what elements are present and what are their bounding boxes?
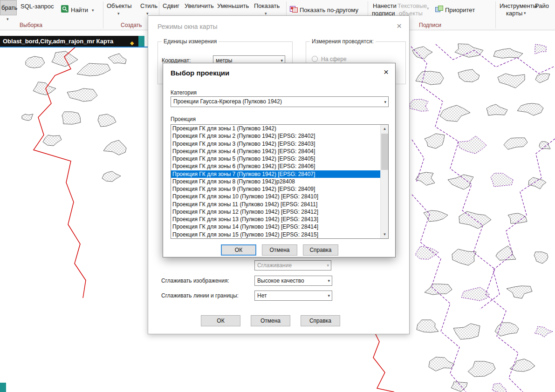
measure-group-label: Измерения проводятся: <box>310 38 376 45</box>
select-tool-label: брать <box>1 4 17 11</box>
projection-label: Проекция <box>171 116 196 122</box>
projection-list-item[interactable]: Проекция ГК для зоны 6 (Пулково 1942) [E… <box>171 162 380 170</box>
label-features-button-line1[interactable]: Нанести <box>373 2 397 9</box>
close-icon[interactable]: × <box>397 21 402 30</box>
scrollbar[interactable]: ▲ ▼ <box>380 125 388 238</box>
projection-list-item[interactable]: Проекция ГК для зоны 11 (Пулково 1942) [… <box>171 201 380 208</box>
projection-list-item[interactable]: Проекция ГК для зоны 4 (Пулково 1942) [E… <box>171 148 380 155</box>
pan-button[interactable]: Сдвиг <box>163 2 179 9</box>
tab-accent-line <box>0 47 148 47</box>
dropdown-arrow-icon[interactable]: ▾ <box>92 8 94 13</box>
chevron-down-icon: ▾ <box>328 294 330 298</box>
on-sphere-radio[interactable] <box>312 56 318 62</box>
projection-list-item[interactable]: Проекция ГК для зоны 15 (Пулково 1942) [… <box>171 231 380 238</box>
dropdown-arrow-icon[interactable]: ▾ <box>117 12 120 16</box>
map-tools-button-line1[interactable]: Инструменты <box>500 2 537 9</box>
show-another-icon <box>290 5 298 13</box>
style-button[interactable]: Стиль <box>140 2 158 9</box>
zoom-out-button[interactable]: Уменьшить <box>217 2 249 9</box>
smooth-images-select[interactable]: Высокое качество ▾ <box>254 276 332 286</box>
group-label-labels: Подписи <box>419 22 441 28</box>
units-group-label: Единицы измерения <box>162 38 219 45</box>
priority-button[interactable]: Приоритет <box>445 7 475 14</box>
scroll-down-icon[interactable]: ▼ <box>381 230 389 238</box>
dropdown-arrow-icon[interactable]: ▾ <box>7 17 9 21</box>
dropdown-arrow-icon[interactable]: ▾ <box>524 11 526 15</box>
app-window: брать ▾ SQL-запрос Найти ▾ Объекты ▾ Сти… <box>0 0 555 392</box>
teal-marker <box>138 36 144 47</box>
ok-button[interactable]: ОК <box>221 244 256 256</box>
help-button[interactable]: Справка <box>303 244 338 256</box>
projection-list-item[interactable]: Проекция ГК для зоны 9 (Пулково 1942) [E… <box>171 185 380 193</box>
projection-list-item[interactable]: Проекция ГК для зоны 14 (Пулково 1942) [… <box>171 223 380 230</box>
chevron-down-icon: ▾ <box>328 279 330 283</box>
chevron-down-icon: ▾ <box>281 59 283 63</box>
projection-items: Проекция ГК для зоны 1 (Пулково 1942)Про… <box>171 125 380 238</box>
objects-button[interactable]: Объекты <box>107 2 132 9</box>
projection-list-item[interactable]: Проекция ГК для зоны 3 (Пулково 1942) [E… <box>171 140 380 148</box>
teal-corner-marker <box>0 383 6 392</box>
map-tab-title: Oblast_bord,City,adm_rajon_mr Карта <box>3 38 113 45</box>
sql-query-button[interactable]: SQL-запрос <box>21 3 54 10</box>
districting-button[interactable]: Райо <box>535 2 549 9</box>
projection-list-item[interactable]: Проекция ГК для зоны 10 (Пулково 1942) [… <box>171 193 380 200</box>
scrollbar-thumb[interactable] <box>381 134 388 170</box>
projection-list-item[interactable]: Проекция ГК для зоны 2 (Пулково 1942) [E… <box>171 132 380 140</box>
smooth-images-label: Сглаживать изображения: <box>161 277 229 284</box>
group-label-create: Создать <box>121 22 142 28</box>
help-button[interactable]: Справка <box>301 315 340 326</box>
group-label-selection: Выборка <box>20 22 42 28</box>
category-select[interactable]: Проекции Гаусса-Крюгера (Пулково 1942) ▾ <box>171 96 389 107</box>
projection-list-item[interactable]: Проекция ГК для зоны 1 (Пулково 1942) <box>171 125 380 132</box>
map-tools-button-line2[interactable]: карты <box>506 10 522 17</box>
projection-dialog: Выбор проекции × Категория Проекции Гаус… <box>163 63 396 257</box>
find-button[interactable]: Найти <box>71 7 88 14</box>
cancel-button[interactable]: Отмена <box>262 244 297 256</box>
show-another-button[interactable]: Показать по-другому <box>300 7 358 14</box>
projection-listbox: Проекция ГК для зоны 1 (Пулково 1942)Про… <box>171 124 389 239</box>
chevron-down-icon: ▾ <box>384 100 386 104</box>
ribbon-separator <box>103 1 103 28</box>
smooth-lines-label: Сглаживать линии и границы: <box>161 292 239 299</box>
zoom-in-button[interactable]: Увеличить <box>185 2 214 9</box>
category-label: Категория <box>171 89 197 96</box>
close-icon[interactable]: × <box>384 68 389 76</box>
projection-list-item[interactable]: Проекция ГК для зоны 8 (Пулково 1942)p28… <box>171 178 380 185</box>
ribbon-separator <box>495 1 496 28</box>
text-objects-button-line1: Текстовые <box>397 2 427 9</box>
map-tab[interactable]: Oblast_bord,City,adm_rajon_mr Карта ◆ <box>0 36 138 47</box>
projection-list-item[interactable]: Проекция ГК для зоны 13 (Пулково 1942) [… <box>171 216 380 223</box>
projection-list-item[interactable]: Проекция ГК для зоны 12 (Пулково 1942) [… <box>171 208 380 216</box>
show-button[interactable]: Показать <box>254 2 280 9</box>
priority-icon <box>435 5 443 13</box>
find-icon <box>61 5 69 13</box>
on-sphere-label: На сфере <box>321 56 347 62</box>
dropdown-arrow-icon: ▾ <box>427 7 429 11</box>
smooth-lines-select[interactable]: Нет ▾ <box>254 291 332 301</box>
projection-list-item[interactable]: Проекция ГК для зоны 7 (Пулково 1942) [E… <box>171 170 380 178</box>
dialog-title: Выбор проекции <box>171 69 229 77</box>
chevron-down-icon: ▾ <box>327 264 329 268</box>
dialog-title: Режимы окна карты <box>158 23 218 30</box>
ok-button[interactable]: ОК <box>201 315 240 326</box>
select-tool-button[interactable]: брать <box>0 0 17 15</box>
smoothing-select[interactable]: Сглаживание ▾ <box>254 260 331 270</box>
scroll-up-icon[interactable]: ▲ <box>381 125 389 133</box>
cancel-button[interactable]: Отмена <box>251 315 290 326</box>
projection-list-item[interactable]: Проекция ГК для зоны 5 (Пулково 1942) [E… <box>171 155 380 162</box>
